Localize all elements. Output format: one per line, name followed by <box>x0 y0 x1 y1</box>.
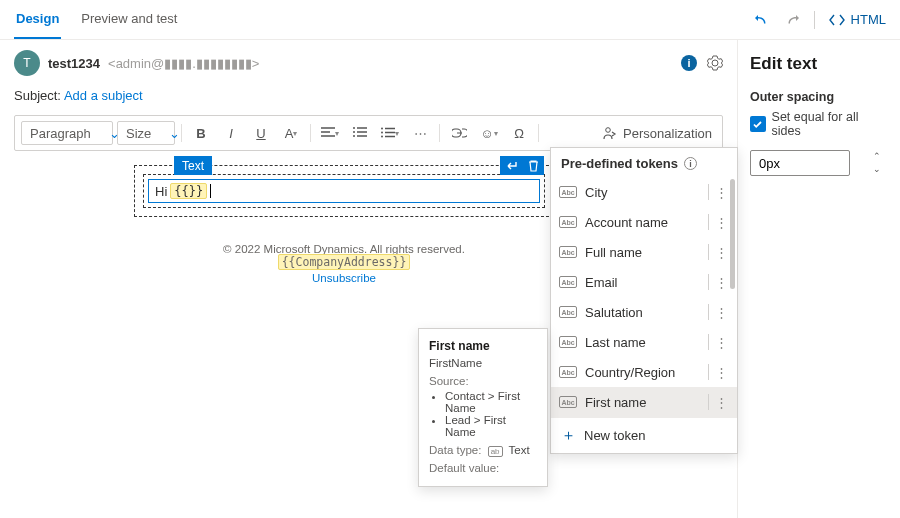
flyout-title: Pre-defined tokens <box>561 156 678 171</box>
code-icon <box>829 12 845 28</box>
subject-label: Subject: <box>14 88 61 103</box>
scroll-thumb[interactable] <box>730 179 735 289</box>
token-first-name[interactable]: AbcFirst name⋮ <box>551 387 737 417</box>
abc-icon: Abc <box>559 336 577 348</box>
svg-point-1 <box>381 132 383 134</box>
link-button[interactable] <box>446 120 472 146</box>
token-label: City <box>585 185 607 200</box>
datatype-value: Text <box>509 444 530 456</box>
style-select[interactable]: Paragraph⌄ <box>21 121 113 145</box>
new-token-button[interactable]: ＋ New token <box>551 417 737 453</box>
return-icon[interactable] <box>500 156 522 175</box>
more-icon[interactable]: ⋮ <box>715 395 729 410</box>
abc-icon: Abc <box>559 276 577 288</box>
token-label: Account name <box>585 215 668 230</box>
sender-row: T test1234 <admin@▮▮▮▮.▮▮▮▮▮▮▮▮> i <box>14 50 723 76</box>
abc-icon: Abc <box>559 216 577 228</box>
sender-email: <admin@▮▮▮▮.▮▮▮▮▮▮▮▮> <box>108 56 259 71</box>
spin-buttons: ⌃ ⌄ <box>867 151 887 177</box>
token-label: Salutation <box>585 305 643 320</box>
caret <box>210 184 211 198</box>
person-arrow-icon <box>602 126 617 141</box>
spin-up[interactable]: ⌃ <box>867 151 887 164</box>
italic-button[interactable]: I <box>218 120 244 146</box>
token-label: Email <box>585 275 618 290</box>
equal-sides-row[interactable]: Set equal for all sides <box>750 110 888 138</box>
chevron-down-icon: ⌄ <box>169 126 180 141</box>
delete-icon[interactable] <box>522 156 544 175</box>
separator <box>814 11 815 29</box>
more-icon[interactable]: ⋮ <box>715 275 729 290</box>
checkbox-checked[interactable] <box>750 116 766 132</box>
info-icon[interactable]: i <box>684 157 697 170</box>
tabs: Design Preview and test <box>14 0 179 39</box>
flyout-header: Pre-defined tokens i <box>551 148 737 177</box>
style-label: Paragraph <box>30 126 91 141</box>
redo-icon[interactable] <box>784 12 800 28</box>
subject-input[interactable]: Add a subject <box>64 88 143 103</box>
svg-point-2 <box>381 136 383 138</box>
list-ul-button[interactable]: ▾ <box>377 120 403 146</box>
company-address-token: {{CompanyAddress}} <box>278 254 411 270</box>
undo-icon[interactable] <box>754 12 770 28</box>
section-outline[interactable]: Text Hi {{}} <box>134 165 554 217</box>
more-icon[interactable]: ⋮ <box>715 335 729 350</box>
spacing-input-wrap: ⌃ ⌄ <box>750 150 888 176</box>
omega-button[interactable]: Ω <box>506 120 532 146</box>
unsubscribe-link[interactable]: Unsubscribe <box>134 272 554 284</box>
new-token-label: New token <box>584 428 645 443</box>
list-item: Lead > First Name <box>445 414 537 438</box>
detail-title: First name <box>429 339 537 353</box>
more-button[interactable]: ⋯ <box>407 120 433 146</box>
plus-icon: ＋ <box>561 426 576 445</box>
token-list: AbcCity⋮ AbcAccount name⋮ AbcFull name⋮ … <box>551 177 737 417</box>
font-color-button[interactable]: A▾ <box>278 120 304 146</box>
check-icon <box>752 119 763 130</box>
token-salutation[interactable]: AbcSalutation⋮ <box>551 297 737 327</box>
size-label: Size <box>126 126 151 141</box>
more-icon[interactable]: ⋮ <box>715 215 729 230</box>
size-select[interactable]: Size⌄ <box>117 121 175 145</box>
canvas-area: Text Hi {{}} © 2022 Microsoft Dynamics. … <box>134 165 554 284</box>
token-email[interactable]: AbcEmail⋮ <box>551 267 737 297</box>
text-field[interactable]: Hi {{}} <box>148 179 540 203</box>
scrollbar[interactable] <box>730 179 735 415</box>
spin-down[interactable]: ⌄ <box>867 164 887 177</box>
top-bar: Design Preview and test HTML <box>0 0 900 40</box>
list-ol-button[interactable] <box>347 120 373 146</box>
detail-value: FirstName <box>429 357 537 369</box>
html-label: HTML <box>851 12 886 27</box>
side-title: Edit text <box>750 54 888 74</box>
spacing-label: Outer spacing <box>750 90 888 104</box>
tokens-flyout: Pre-defined tokens i AbcCity⋮ AbcAccount… <box>550 147 738 454</box>
abc-icon: Abc <box>559 366 577 378</box>
token-account-name[interactable]: AbcAccount name⋮ <box>551 207 737 237</box>
token-city[interactable]: AbcCity⋮ <box>551 177 737 207</box>
html-button[interactable]: HTML <box>829 12 886 28</box>
more-icon[interactable]: ⋮ <box>715 365 729 380</box>
spacing-input[interactable] <box>750 150 850 176</box>
sender-name: test1234 <box>48 56 100 71</box>
token-placeholder: {{}} <box>170 183 207 199</box>
info-icon[interactable]: i <box>681 55 697 71</box>
block-controls <box>500 156 544 175</box>
token-country[interactable]: AbcCountry/Region⋮ <box>551 357 737 387</box>
underline-button[interactable]: U <box>248 120 274 146</box>
more-icon[interactable]: ⋮ <box>715 305 729 320</box>
emoji-button[interactable]: ☺▾ <box>476 120 502 146</box>
tab-design[interactable]: Design <box>14 0 61 39</box>
text-block[interactable]: Text Hi {{}} <box>143 174 545 208</box>
token-full-name[interactable]: AbcFull name⋮ <box>551 237 737 267</box>
bold-button[interactable]: B <box>188 120 214 146</box>
personalization-button[interactable]: Personalization <box>598 126 716 141</box>
token-last-name[interactable]: AbcLast name⋮ <box>551 327 737 357</box>
list-item: Contact > First Name <box>445 390 537 414</box>
email-footer: © 2022 Microsoft Dynamics. All rights re… <box>134 243 554 284</box>
text-type-icon: ab <box>488 446 503 457</box>
abc-icon: Abc <box>559 186 577 198</box>
more-icon[interactable]: ⋮ <box>715 185 729 200</box>
tab-preview[interactable]: Preview and test <box>79 0 179 39</box>
gear-icon[interactable] <box>707 55 723 71</box>
more-icon[interactable]: ⋮ <box>715 245 729 260</box>
align-button[interactable]: ▾ <box>317 120 343 146</box>
